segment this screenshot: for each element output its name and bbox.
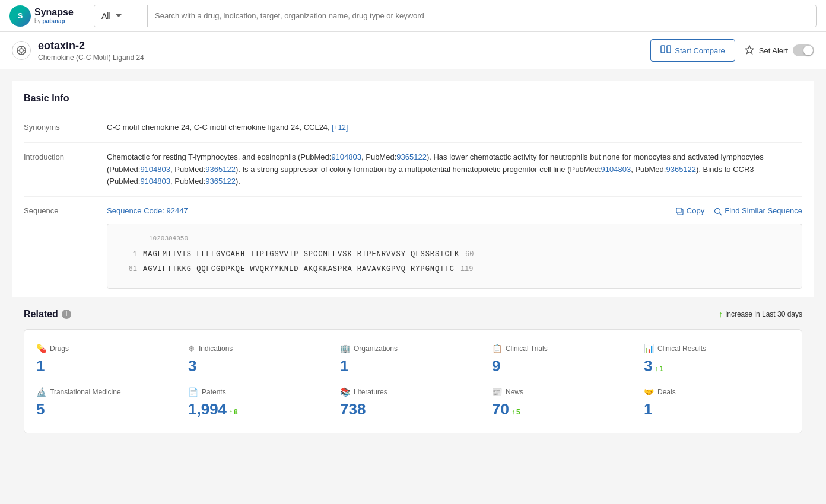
search-input[interactable] <box>148 5 816 27</box>
organizations-count: 1 <box>340 357 486 375</box>
related-item-drugs[interactable]: 💊 Drugs 1 <box>36 344 182 375</box>
search-area: All <box>94 5 817 27</box>
seq-num-right-2: 119 <box>460 264 474 275</box>
seq-num-left-1: 1 <box>119 249 137 260</box>
indications-label: Indications <box>199 344 233 353</box>
find-similar-label: Find Similar Sequence <box>725 205 802 218</box>
drugs-count: 1 <box>36 357 182 375</box>
ruler-spacer <box>188 234 766 244</box>
seq-data-1: MAGLMTIVTS LLFLGVCAHH IIPTGSVVIP SPCCMFF… <box>143 249 459 260</box>
organizations-number: 1 <box>340 357 348 375</box>
related-item-translational[interactable]: 🔬 Translational Medicine 5 <box>36 387 182 419</box>
organizations-icon: 🏢 <box>340 344 350 353</box>
copy-label: Copy <box>687 205 704 218</box>
related-item-indications[interactable]: ❄ Indications 3 <box>188 344 334 375</box>
related-item-patents-header: 📄 Patents <box>188 387 334 397</box>
target-subtitle: Chemokine (C-C Motif) Ligand 24 <box>38 53 144 62</box>
related-item-news[interactable]: 📰 News 70 ↑ 5 <box>492 387 638 419</box>
drugs-label: Drugs <box>50 344 69 353</box>
header: S Synapse by patsnap All <box>0 0 826 32</box>
sequence-line-2: 61 AGVIFTTKKG QQFCGDPKQE WVQRYMKNLD AKQK… <box>119 264 790 275</box>
translational-count: 5 <box>36 400 182 419</box>
indications-icon: ❄ <box>188 344 195 353</box>
clinical-results-icon: 📊 <box>644 344 654 353</box>
patents-label: Patents <box>202 388 226 396</box>
pubmed-link-1[interactable]: 9104803 <box>331 152 361 161</box>
related-item-deals[interactable]: 🤝 Deals 1 <box>644 387 790 419</box>
related-item-clinical-results[interactable]: 📊 Clinical Results 3 ↑ 1 <box>644 344 790 375</box>
pubmed-link-8[interactable]: 9365122 <box>205 177 236 186</box>
logo-brand: by patsnap <box>34 18 74 24</box>
related-item-organizations[interactable]: 🏢 Organizations 1 <box>340 344 486 375</box>
increase-arrow-icon: ↑ <box>719 310 723 319</box>
logo-name: Synapse <box>34 7 74 18</box>
related-title-area: Related i <box>24 309 71 320</box>
related-grid: 💊 Drugs 1 ❄ Indications 3 <box>36 344 790 419</box>
patents-number: 1,994 <box>188 400 227 419</box>
patents-increase-num: 8 <box>234 408 238 416</box>
literatures-count: 738 <box>340 400 486 419</box>
related-item-literatures[interactable]: 📚 Literatures 738 <box>340 387 486 419</box>
organizations-label: Organizations <box>354 344 398 353</box>
related-card: 💊 Drugs 1 ❄ Indications 3 <box>24 329 802 433</box>
news-label: News <box>506 388 523 396</box>
related-item-patents[interactable]: 📄 Patents 1,994 ↑ 8 <box>188 387 334 419</box>
seq-ruler: 10 20 30 40 50 <box>119 234 790 244</box>
logo-text: Synapse by patsnap <box>34 7 74 24</box>
synonyms-text: C-C motif chemokine 24, C-C motif chemok… <box>107 123 330 132</box>
sequence-row: Sequence Sequence Code: 92447 Cop <box>24 197 802 297</box>
find-similar-button[interactable]: Find Similar Sequence <box>714 205 802 218</box>
news-count: 70 ↑ 5 <box>492 400 638 419</box>
svg-line-11 <box>720 213 722 215</box>
clinical-results-increase: ↑ 1 <box>655 365 663 373</box>
search-dropdown-value: All <box>101 11 111 21</box>
deals-icon: 🤝 <box>644 387 654 397</box>
svg-point-1 <box>20 49 23 52</box>
seq-num-left-2: 61 <box>119 264 137 275</box>
patents-icon: 📄 <box>188 387 198 397</box>
pubmed-link-4[interactable]: 9365122 <box>205 165 236 174</box>
pubmed-link-3[interactable]: 9104803 <box>140 165 170 174</box>
alert-toggle[interactable] <box>793 44 814 56</box>
ruler-50: 50 <box>180 234 188 244</box>
sequence-value: Sequence Code: 92447 Copy <box>107 205 802 289</box>
svg-point-10 <box>715 208 720 213</box>
related-header: Related i ↑ Increase in Last 30 days <box>24 309 802 320</box>
pubmed-link-5[interactable]: 9104803 <box>601 165 631 174</box>
introduction-row: Introduction Chemotactic for resting T-l… <box>24 143 802 197</box>
patents-arrow-icon: ↑ <box>229 408 233 416</box>
related-info-icon[interactable]: i <box>62 310 71 319</box>
ruler-30: 30 <box>164 234 172 244</box>
sequence-code[interactable]: Sequence Code: 92447 <box>107 205 188 218</box>
seq-num-right-1: 60 <box>465 249 474 260</box>
copy-button[interactable]: Copy <box>676 205 704 218</box>
deals-number: 1 <box>644 400 652 419</box>
compare-button[interactable]: Start Compare <box>650 39 735 62</box>
synonyms-badge[interactable]: [+12] <box>332 123 348 132</box>
ruler-40: 40 <box>173 234 180 244</box>
deals-count: 1 <box>644 400 790 419</box>
literatures-icon: 📚 <box>340 387 350 397</box>
logo-icon: S <box>9 5 31 27</box>
increase-text: Increase in Last 30 days <box>725 310 802 318</box>
svg-rect-6 <box>661 46 665 53</box>
clinical-results-count: 3 ↑ 1 <box>644 357 790 375</box>
ruler-20: 20 <box>157 234 164 244</box>
related-item-organizations-header: 🏢 Organizations <box>340 344 486 353</box>
sub-header-left: eotaxin-2 Chemokine (C-C Motif) Ligand 2… <box>12 40 144 62</box>
pubmed-link-7[interactable]: 9104803 <box>140 177 170 186</box>
increase-label: ↑ Increase in Last 30 days <box>719 310 802 319</box>
basic-info-title: Basic Info <box>24 93 802 104</box>
related-item-clinical-trials[interactable]: 📋 Clinical Trials 9 <box>492 344 638 375</box>
pubmed-link-6[interactable]: 9365122 <box>666 165 696 174</box>
sub-header: eotaxin-2 Chemokine (C-C Motif) Ligand 2… <box>0 32 826 69</box>
sequence-label: Sequence <box>24 205 107 289</box>
pubmed-link-2[interactable]: 9365122 <box>396 152 427 161</box>
patents-count: 1,994 ↑ 8 <box>188 400 334 419</box>
sequence-actions: Copy Find Similar Sequence <box>676 205 802 218</box>
drugs-icon: 💊 <box>36 344 46 353</box>
news-icon: 📰 <box>492 387 502 397</box>
news-increase-num: 5 <box>516 408 520 416</box>
introduction-label: Introduction <box>24 151 107 188</box>
search-dropdown[interactable]: All <box>94 5 148 27</box>
